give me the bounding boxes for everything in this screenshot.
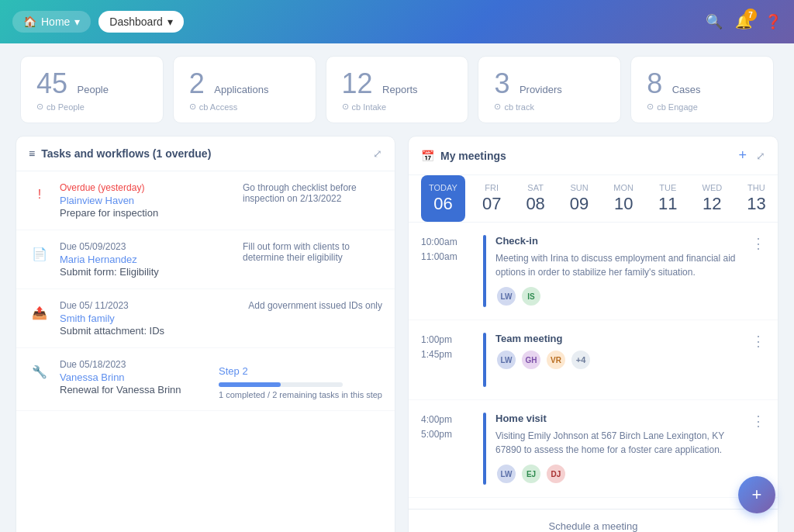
meeting-bar bbox=[483, 333, 486, 387]
meeting-content: Team meeting LWGHVR+4 bbox=[495, 333, 742, 371]
meeting-type: Team meeting bbox=[495, 333, 742, 344]
task-type-icon: 📄 bbox=[29, 243, 50, 264]
calendar-day-today[interactable]: TODAY 06 bbox=[421, 175, 465, 222]
task-type-icon: ! bbox=[29, 184, 50, 206]
stat-sub: ⊙ cb Access bbox=[189, 102, 300, 112]
meeting-item: 1:00pm1:45pm Team meeting LWGHVR+4 ⋮ bbox=[409, 320, 778, 400]
stat-label: Reports bbox=[382, 84, 418, 95]
task-due: Overdue (yesterday) bbox=[60, 182, 233, 193]
meeting-avatars: LWEJDJ bbox=[495, 463, 742, 485]
stat-number: 12 bbox=[342, 67, 373, 100]
meeting-more-icon[interactable]: ⋮ bbox=[751, 333, 765, 350]
calendar-day[interactable]: WED 12 bbox=[695, 175, 730, 222]
meeting-avatar: VR bbox=[545, 349, 567, 371]
stat-card[interactable]: 3 Providers ⊙ cb track bbox=[478, 56, 621, 123]
task-note: Add government issued IDs only bbox=[248, 300, 382, 311]
task-content: Overdue (yesterday) Plainview Haven Prep… bbox=[60, 182, 233, 219]
stat-sub-text: cb Access bbox=[199, 102, 238, 112]
meeting-avatar: DJ bbox=[545, 463, 567, 485]
meeting-avatar-extra: +4 bbox=[570, 349, 592, 371]
stat-sub-icon: ⊙ bbox=[189, 102, 196, 112]
stat-card[interactable]: 12 Reports ⊙ cb Intake bbox=[326, 56, 469, 123]
task-due: Due 05/ 11/2023 bbox=[60, 300, 239, 311]
meeting-time: 1:00pm1:45pm bbox=[421, 333, 474, 362]
task-link[interactable]: Vanessa Brinn bbox=[60, 371, 209, 383]
task-desc: Renewal for Vanessa Brinn bbox=[60, 384, 209, 396]
calendar-day[interactable]: MON 10 bbox=[606, 175, 641, 222]
meeting-content: Check-in Meeting with Irina to discuss e… bbox=[495, 235, 742, 307]
meeting-desc: Visiting Emily Johnson at 567 Birch Lane… bbox=[495, 429, 742, 457]
cal-day-num: 12 bbox=[703, 194, 721, 214]
stats-bar: 45 People ⊙ cb People 2 Applications ⊙ c… bbox=[0, 43, 794, 136]
calendar-nav: TODAY 06 FRI 07 SAT 08 SUN 09 MON 10 TUE… bbox=[409, 175, 778, 223]
task-step-link[interactable]: Step 2 bbox=[219, 365, 248, 377]
cal-day-name: MON bbox=[613, 183, 633, 192]
home-label: Home bbox=[41, 16, 70, 28]
task-link[interactable]: Smith family bbox=[60, 313, 239, 324]
stat-sub: ⊙ cb Engage bbox=[647, 102, 758, 112]
search-icon[interactable]: 🔍 bbox=[706, 13, 723, 30]
fab-button[interactable]: + bbox=[738, 476, 775, 513]
cal-day-num: 11 bbox=[658, 194, 677, 214]
notification-badge: 7 bbox=[744, 9, 757, 21]
meeting-bar bbox=[483, 235, 486, 307]
stat-label: Cases bbox=[672, 84, 701, 95]
meeting-avatars: LWIS bbox=[495, 285, 742, 307]
task-type-icon: 🔧 bbox=[29, 361, 50, 382]
meeting-avatar: IS bbox=[520, 285, 542, 307]
meeting-more-icon[interactable]: ⋮ bbox=[751, 235, 765, 252]
progress-bar-fill bbox=[219, 382, 281, 387]
task-item: ! Overdue (yesterday) Plainview Haven Pr… bbox=[16, 171, 395, 230]
stat-sub-text: cb Intake bbox=[352, 102, 387, 112]
meeting-avatar: EJ bbox=[520, 463, 542, 485]
dashboard-chevron-icon: ▾ bbox=[167, 16, 173, 28]
meeting-avatar: GH bbox=[520, 349, 542, 371]
stat-label: People bbox=[78, 84, 109, 95]
cal-day-num: 10 bbox=[614, 194, 633, 214]
calendar-day[interactable]: SAT 08 bbox=[518, 175, 552, 222]
main-content: ≡ Tasks and workflows (1 overdue) ⤢ ! Ov… bbox=[0, 136, 794, 532]
meeting-avatars: LWGHVR+4 bbox=[495, 349, 742, 371]
meetings-panel-title: 📅 My meetings bbox=[421, 150, 506, 162]
task-item: 📤 Due 05/ 11/2023 Smith family Submit at… bbox=[16, 289, 395, 348]
stat-label: Applications bbox=[214, 84, 268, 95]
meeting-more-icon[interactable]: ⋮ bbox=[751, 413, 765, 430]
help-icon[interactable]: ❓ bbox=[765, 13, 782, 30]
stat-number: 3 bbox=[494, 67, 509, 100]
task-content: Due 05/ 11/2023 Smith family Submit atta… bbox=[60, 300, 239, 337]
task-content: Due 05/09/2023 Maria Hernandez Submit fo… bbox=[60, 241, 233, 278]
meeting-time: 10:00am11:00am bbox=[421, 235, 474, 264]
cal-day-num: 09 bbox=[570, 194, 589, 214]
stat-card[interactable]: 2 Applications ⊙ cb Access bbox=[173, 56, 316, 123]
meetings-expand-icon[interactable]: ⤢ bbox=[756, 150, 765, 162]
stat-card[interactable]: 8 Cases ⊙ cb Engage bbox=[630, 56, 774, 123]
stat-sub: ⊙ cb People bbox=[36, 102, 147, 112]
home-button[interactable]: 🏠 Home ▾ bbox=[12, 11, 91, 33]
stat-sub-icon: ⊙ bbox=[342, 102, 349, 112]
task-link[interactable]: Maria Hernandez bbox=[60, 254, 233, 265]
stat-number: 8 bbox=[647, 67, 662, 100]
task-item: 🔧 Due 05/18/2023 Vanessa Brinn Renewal f… bbox=[16, 348, 395, 411]
task-link[interactable]: Plainview Haven bbox=[60, 195, 233, 206]
task-desc: Submit form: Eligibility bbox=[60, 266, 233, 278]
calendar-day[interactable]: SUN 09 bbox=[562, 175, 596, 222]
cal-day-name: FRI bbox=[485, 183, 499, 192]
cal-day-num: 08 bbox=[526, 194, 544, 214]
stat-card[interactable]: 45 People ⊙ cb People bbox=[20, 56, 164, 123]
calendar-day[interactable]: FRI 07 bbox=[475, 175, 509, 222]
add-meeting-icon[interactable]: + bbox=[738, 147, 747, 164]
calendar-day[interactable]: THU 13 bbox=[739, 175, 773, 222]
tasks-expand-icon[interactable]: ⤢ bbox=[373, 147, 382, 160]
meetings-panel: 📅 My meetings + ⤢ TODAY 06 FRI 07 SAT 08… bbox=[408, 136, 778, 532]
task-desc: Prepare for inspection bbox=[60, 207, 233, 219]
tasks-panel-title: ≡ Tasks and workflows (1 overdue) bbox=[29, 147, 211, 160]
dashboard-button[interactable]: Dashboard ▾ bbox=[98, 11, 184, 33]
stat-sub-icon: ⊙ bbox=[494, 102, 501, 112]
task-due: Due 05/18/2023 bbox=[60, 359, 209, 370]
calendar-day[interactable]: TUE 11 bbox=[651, 175, 685, 222]
schedule-meeting-button[interactable]: Schedule a meeting bbox=[409, 509, 778, 532]
meeting-avatar: LW bbox=[495, 463, 517, 485]
notification-icon[interactable]: 🔔 7 bbox=[735, 13, 752, 30]
task-content: Due 05/18/2023 Vanessa Brinn Renewal for… bbox=[60, 359, 209, 396]
cal-day-name: SUN bbox=[570, 183, 588, 192]
